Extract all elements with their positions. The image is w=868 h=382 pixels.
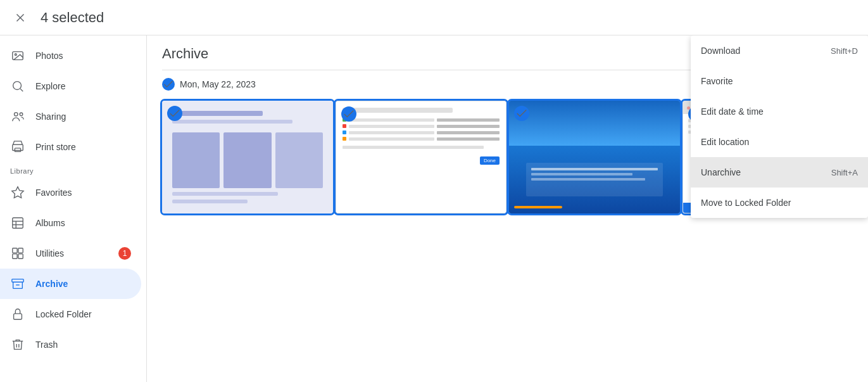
svg-rect-15 — [13, 248, 17, 253]
svg-point-7 — [20, 113, 23, 116]
archive-icon — [10, 276, 25, 291]
menu-item-edit-location[interactable]: Edit location — [691, 127, 868, 157]
sidebar-item-photos[interactable]: Photos — [0, 41, 141, 71]
header: 4 selected — [0, 0, 868, 35]
menu-item-move-locked[interactable]: Move to Locked Folder — [691, 188, 868, 218]
menu-item-unarchive[interactable]: Unarchive Shift+A — [691, 157, 868, 188]
utilities-badge: 1 — [118, 247, 131, 260]
photo-icon — [10, 48, 25, 63]
main-layout: Photos Explore Sharing Print store Libra… — [0, 35, 868, 382]
date-check-icon — [162, 78, 175, 91]
sidebar-item-albums[interactable]: Albums — [0, 208, 141, 238]
svg-point-4 — [13, 82, 22, 90]
sidebar-item-explore[interactable]: Explore — [0, 71, 141, 101]
menu-label-download: Download — [701, 46, 740, 56]
svg-rect-11 — [13, 218, 23, 229]
explore-icon — [10, 79, 25, 94]
sharing-icon — [10, 109, 25, 124]
sidebar-label-albums: Albums — [35, 218, 65, 228]
menu-shortcut-download: Shift+D — [831, 46, 858, 56]
menu-item-edit-date-time[interactable]: Edit date & time — [691, 96, 868, 127]
menu-item-favorite[interactable]: Favorite — [691, 66, 868, 96]
trash-icon — [10, 337, 25, 352]
svg-rect-16 — [18, 248, 23, 253]
sidebar: Photos Explore Sharing Print store Libra… — [0, 35, 147, 382]
close-icon[interactable] — [10, 8, 30, 28]
svg-rect-19 — [12, 279, 23, 283]
content-area: Archive Mon, May 22, 2023 — [147, 35, 868, 382]
photo-check-2 — [341, 106, 356, 122]
svg-rect-17 — [13, 254, 17, 258]
menu-label-unarchive: Unarchive — [701, 167, 741, 177]
library-label: Library — [0, 162, 146, 177]
svg-marker-10 — [12, 187, 23, 198]
context-menu: Download Shift+D Favorite Edit date & ti… — [691, 35, 868, 218]
sidebar-label-explore: Explore — [35, 81, 65, 91]
menu-label-favorite: Favorite — [701, 76, 733, 86]
sidebar-item-archive[interactable]: Archive — [0, 269, 141, 299]
favorites-icon — [10, 185, 25, 200]
header-title: 4 selected — [41, 10, 104, 26]
svg-rect-21 — [14, 314, 22, 319]
sidebar-label-trash: Trash — [35, 340, 58, 350]
date-text: Mon, May 22, 2023 — [180, 79, 256, 89]
photo-item-1[interactable] — [162, 101, 333, 213]
sidebar-item-utilities[interactable]: Utilities 1 — [0, 238, 141, 269]
photo-item-3[interactable] — [509, 101, 680, 213]
utilities-icon — [10, 246, 25, 261]
svg-rect-9 — [15, 148, 20, 152]
sidebar-item-favorites[interactable]: Favorites — [0, 177, 141, 208]
menu-label-edit-location: Edit location — [701, 137, 749, 147]
svg-line-5 — [20, 89, 23, 91]
photo-check-1 — [167, 106, 182, 121]
svg-rect-8 — [13, 144, 23, 150]
sidebar-item-sharing[interactable]: Sharing — [0, 101, 141, 132]
menu-shortcut-unarchive: Shift+A — [831, 168, 858, 177]
sidebar-label-archive: Archive — [35, 279, 68, 289]
photo-check-3 — [514, 106, 529, 121]
menu-label-move-locked: Move to Locked Folder — [701, 198, 791, 208]
menu-label-edit-date-time: Edit date & time — [701, 106, 764, 117]
svg-point-6 — [15, 113, 18, 117]
sidebar-label-favorites: Favorites — [35, 188, 72, 198]
sidebar-label-photos: Photos — [35, 51, 63, 61]
sidebar-item-trash[interactable]: Trash — [0, 329, 141, 360]
photo-item-2[interactable]: Done — [336, 101, 506, 213]
sidebar-item-locked-folder[interactable]: Locked Folder — [0, 299, 141, 329]
svg-rect-18 — [18, 254, 23, 258]
albums-icon — [10, 215, 25, 231]
svg-point-3 — [15, 54, 16, 56]
lock-icon — [10, 307, 25, 322]
sidebar-label-print-store: Print store — [35, 142, 76, 152]
print-store-icon — [10, 139, 25, 155]
sidebar-item-print-store[interactable]: Print store — [0, 132, 141, 162]
sidebar-label-locked-folder: Locked Folder — [35, 309, 92, 319]
menu-item-download[interactable]: Download Shift+D — [691, 35, 868, 66]
sidebar-label-utilities: Utilities — [35, 248, 64, 258]
sidebar-label-sharing: Sharing — [35, 111, 66, 122]
